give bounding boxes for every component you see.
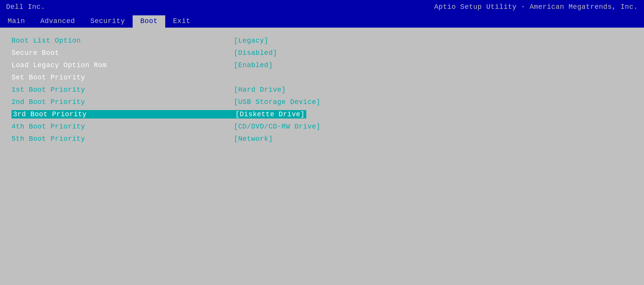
bios-row-2[interactable]: Load Legacy Option Rom[Enabled] — [12, 59, 632, 71]
bios-value-8: [Network] — [234, 135, 273, 143]
bios-value-6: [Diskette Drive] — [234, 110, 306, 119]
bios-value-4: [Hard Drive] — [234, 86, 286, 94]
bios-value-5: [USB Storage Device] — [234, 98, 320, 106]
nav-item-boot[interactable]: Boot — [133, 15, 165, 28]
bios-value-0: [Legacy] — [234, 37, 268, 44]
nav-bar: MainAdvancedSecurityBootExit — [0, 14, 644, 28]
bios-label-2: Load Legacy Option Rom — [12, 61, 234, 69]
bios-label-5: 2nd Boot Priority — [12, 98, 234, 106]
content-area: Boot List Option[Legacy]Secure Boot[Disa… — [0, 28, 644, 285]
bios-value-7: [CD/DVD/CD-RW Drive] — [234, 123, 320, 130]
bios-value-1: [Disabled] — [234, 49, 277, 57]
bios-label-3: Set Boot Priority — [12, 74, 234, 81]
bios-row-8[interactable]: 5th Boot Priority[Network] — [12, 133, 632, 145]
bios-screen: Dell Inc. Aptio Setup Utility - American… — [0, 0, 644, 285]
bios-row-0[interactable]: Boot List Option[Legacy] — [12, 35, 632, 47]
bios-row-3[interactable]: Set Boot Priority — [12, 71, 632, 84]
bios-label-0: Boot List Option — [12, 37, 234, 44]
bios-row-4[interactable]: 1st Boot Priority[Hard Drive] — [12, 84, 632, 96]
top-bar: Dell Inc. Aptio Setup Utility - American… — [0, 0, 644, 14]
bios-label-8: 5th Boot Priority — [12, 135, 234, 143]
bios-row-5[interactable]: 2nd Boot Priority[USB Storage Device] — [12, 96, 632, 108]
nav-item-advanced[interactable]: Advanced — [33, 15, 82, 28]
vendor-info: Dell Inc. — [6, 3, 45, 11]
bios-value-2: [Enabled] — [234, 61, 273, 69]
utility-title: Aptio Setup Utility - American Megatrend… — [434, 3, 638, 11]
bios-label-7: 4th Boot Priority — [12, 123, 234, 130]
bios-row-6[interactable]: 3rd Boot Priority[Diskette Drive] — [12, 108, 632, 120]
nav-item-security[interactable]: Security — [83, 15, 133, 28]
bios-row-7[interactable]: 4th Boot Priority[CD/DVD/CD-RW Drive] — [12, 120, 632, 133]
bios-label-4: 1st Boot Priority — [12, 86, 234, 94]
nav-item-main[interactable]: Main — [0, 15, 33, 28]
nav-item-exit[interactable]: Exit — [165, 15, 198, 28]
bios-row-1[interactable]: Secure Boot[Disabled] — [12, 47, 632, 59]
bios-label-1: Secure Boot — [12, 49, 234, 57]
bios-label-6: 3rd Boot Priority — [12, 110, 234, 119]
